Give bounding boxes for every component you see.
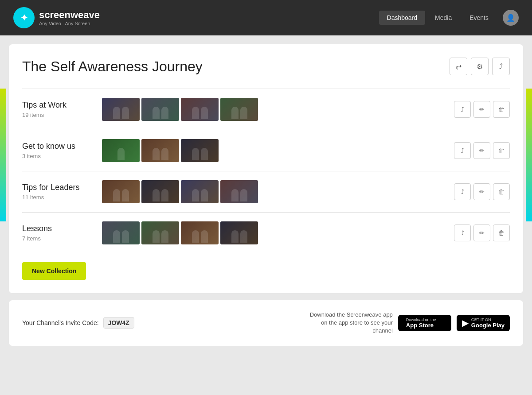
thumbnail bbox=[181, 221, 219, 244]
page-header: The Self Awareness Journey ⇄ ⚙ ⤴ bbox=[22, 58, 510, 75]
nav-bar: Dashboard Media Events 👤 bbox=[379, 10, 519, 26]
collection-actions-tips-at-work: ⤴ ✏ 🗑 bbox=[454, 101, 510, 118]
header-actions: ⇄ ⚙ ⤴ bbox=[450, 58, 510, 75]
google-play-text: GET IT ON Google Play bbox=[471, 318, 505, 329]
thumbnail bbox=[181, 180, 219, 203]
share-collection-button[interactable]: ⤴ bbox=[454, 225, 471, 241]
logo-area: ✦ screenweave Any Video . Any Screen bbox=[13, 7, 100, 28]
share-collection-button[interactable]: ⤴ bbox=[454, 183, 471, 200]
thumbnail bbox=[102, 139, 140, 162]
swap-button[interactable]: ⇄ bbox=[450, 58, 467, 75]
collection-name: Tips at Work bbox=[22, 101, 93, 110]
thumbnail bbox=[141, 180, 179, 203]
logo-icon: ✦ bbox=[13, 7, 35, 28]
invite-label: Your Channel's Invite Code: bbox=[22, 319, 99, 326]
delete-collection-button[interactable]: 🗑 bbox=[493, 183, 510, 200]
nav-dashboard[interactable]: Dashboard bbox=[379, 11, 426, 25]
edit-collection-button[interactable]: ✏ bbox=[473, 225, 490, 241]
app-header: ✦ screenweave Any Video . Any Screen Das… bbox=[0, 0, 532, 35]
app-store-line2: App Store bbox=[406, 322, 436, 329]
delete-collection-button[interactable]: 🗑 bbox=[493, 142, 510, 159]
share-collection-button[interactable]: ⤴ bbox=[454, 142, 471, 159]
collection-info-lessons: Lessons 7 items bbox=[22, 224, 93, 242]
logo-name: screenweave bbox=[39, 9, 100, 21]
collection-info-tips-at-work: Tips at Work 19 items bbox=[22, 101, 93, 118]
nav-media[interactable]: Media bbox=[427, 11, 460, 25]
collection-info-tips-for-leaders: Tips for Leaders 11 items bbox=[22, 183, 93, 201]
thumbnail bbox=[102, 98, 140, 121]
collection-row: Get to know us 3 items ⤴ ✏ 🗑 bbox=[22, 130, 510, 171]
share-collection-button[interactable]: ⤴ bbox=[454, 101, 471, 118]
google-play-line2: Google Play bbox=[471, 322, 505, 329]
delete-collection-button[interactable]: 🗑 bbox=[493, 225, 510, 241]
thumbnail bbox=[181, 98, 219, 121]
collection-actions-lessons: ⤴ ✏ 🗑 bbox=[454, 225, 510, 241]
collection-actions-tips-for-leaders: ⤴ ✏ 🗑 bbox=[454, 183, 510, 200]
page-title: The Self Awareness Journey bbox=[22, 58, 203, 75]
app-store-line1: Download on the bbox=[406, 318, 436, 322]
thumbnails-tips-at-work[interactable] bbox=[102, 98, 445, 121]
edit-collection-button[interactable]: ✏ bbox=[473, 101, 490, 118]
accent-bar-right bbox=[526, 89, 532, 221]
thumbnail bbox=[220, 98, 258, 121]
collection-name: Tips for Leaders bbox=[22, 183, 93, 192]
download-text: Download the Screenweave app on the app … bbox=[304, 311, 393, 335]
collection-count: 11 items bbox=[22, 194, 93, 201]
collection-count: 7 items bbox=[22, 235, 93, 242]
content-card: The Self Awareness Journey ⇄ ⚙ ⤴ Tips at… bbox=[9, 44, 523, 293]
settings-button[interactable]: ⚙ bbox=[471, 58, 489, 75]
thumbnails-tips-for-leaders[interactable] bbox=[102, 180, 445, 203]
invite-area: Your Channel's Invite Code: JOW4Z bbox=[22, 317, 134, 329]
collection-row: Lessons 7 items ⤴ ✏ 🗑 bbox=[22, 212, 510, 253]
app-store-badge[interactable]: Download on the App Store bbox=[398, 315, 451, 331]
logo-text: screenweave Any Video . Any Screen bbox=[39, 9, 100, 26]
invite-code: JOW4Z bbox=[103, 317, 134, 329]
thumbnail bbox=[141, 221, 179, 244]
thumbnail bbox=[220, 180, 258, 203]
thumbnail bbox=[102, 180, 140, 203]
google-play-badge[interactable]: ▶ GET IT ON Google Play bbox=[457, 315, 510, 331]
google-play-line1: GET IT ON bbox=[471, 318, 505, 322]
thumbnails-lessons[interactable] bbox=[102, 221, 445, 244]
avatar[interactable]: 👤 bbox=[503, 10, 519, 26]
thumbnail bbox=[181, 139, 219, 162]
edit-collection-button[interactable]: ✏ bbox=[473, 183, 490, 200]
edit-collection-button[interactable]: ✏ bbox=[473, 142, 490, 159]
nav-events[interactable]: Events bbox=[462, 11, 497, 25]
logo-tagline: Any Video . Any Screen bbox=[39, 21, 100, 26]
footer-section: Your Channel's Invite Code: JOW4Z Downlo… bbox=[9, 300, 523, 346]
download-area: Download the Screenweave app on the app … bbox=[304, 311, 510, 335]
thumbnail bbox=[141, 139, 179, 162]
collection-row: Tips at Work 19 items ⤴ ✏ 🗑 bbox=[22, 89, 510, 130]
collection-actions-get-to-know-us: ⤴ ✏ 🗑 bbox=[454, 142, 510, 159]
collection-info-get-to-know-us: Get to know us 3 items bbox=[22, 142, 93, 159]
thumbnail bbox=[102, 221, 140, 244]
delete-collection-button[interactable]: 🗑 bbox=[493, 101, 510, 118]
app-store-text: Download on the App Store bbox=[406, 318, 436, 329]
collection-name: Get to know us bbox=[22, 142, 93, 151]
new-collection-button[interactable]: New Collection bbox=[22, 262, 86, 280]
thumbnails-get-to-know-us[interactable] bbox=[102, 139, 445, 162]
main-wrapper: The Self Awareness Journey ⇄ ⚙ ⤴ Tips at… bbox=[0, 35, 532, 395]
share-button[interactable]: ⤴ bbox=[492, 58, 510, 75]
accent-bar-left bbox=[0, 89, 6, 221]
collection-name: Lessons bbox=[22, 224, 93, 233]
thumbnail bbox=[220, 221, 258, 244]
collection-count: 3 items bbox=[22, 153, 93, 159]
collection-count: 19 items bbox=[22, 112, 93, 118]
google-play-icon: ▶ bbox=[462, 318, 469, 328]
thumbnail bbox=[141, 98, 179, 121]
collection-row: Tips for Leaders 11 items ⤴ ✏ 🗑 bbox=[22, 171, 510, 212]
